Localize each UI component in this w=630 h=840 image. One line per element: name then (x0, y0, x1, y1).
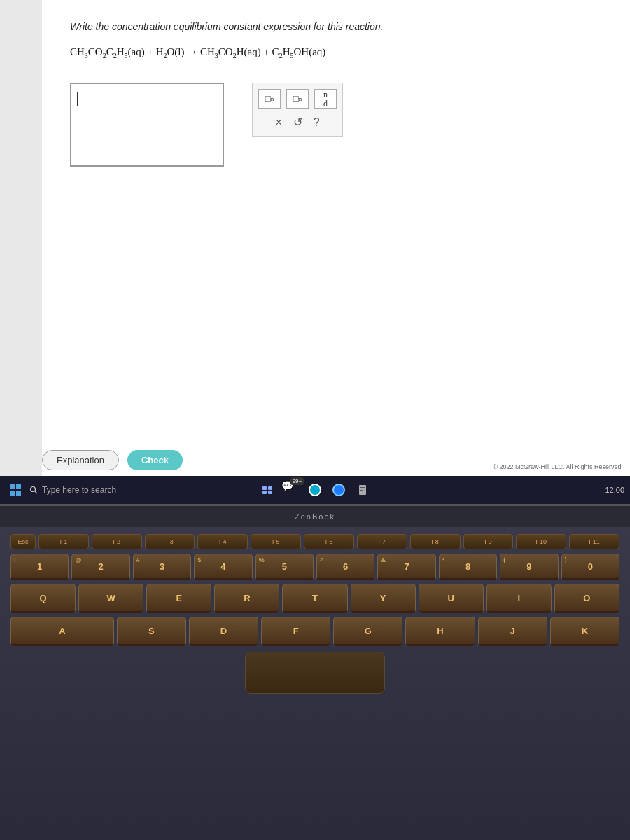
key-9[interactable]: (9 (500, 554, 558, 580)
search-label: Type here to search (42, 485, 116, 495)
key-d[interactable]: D (189, 617, 258, 646)
key-y[interactable]: Y (351, 584, 416, 613)
qwerty-row: Q W E R T Y U I O (10, 584, 620, 613)
key-o[interactable]: O (554, 584, 620, 613)
keyboard-area: Esc F1 F2 F3 F4 F5 F6 F7 F8 F9 F10 F11 !… (0, 527, 630, 706)
screen-area: Write the concentration equilibrium cons… (0, 0, 630, 504)
check-button[interactable]: Check (127, 450, 183, 470)
explanation-button[interactable]: Explanation (42, 450, 119, 470)
svg-point-4 (31, 487, 36, 492)
chat-badge: 99+ (290, 477, 304, 485)
taskbar: Type here to search 💬 99+ (0, 476, 630, 504)
key-e[interactable]: E (146, 584, 211, 613)
key-j[interactable]: J (478, 617, 547, 646)
input-box-container (70, 83, 224, 167)
content-area: Write the concentration equilibrium cons… (42, 0, 630, 504)
key-f5[interactable]: F5 (251, 534, 301, 550)
toolbar-row-2: × ↺ ? (272, 114, 322, 130)
key-a[interactable]: A (10, 617, 114, 646)
key-esc[interactable]: Esc (10, 534, 36, 550)
undo-symbol[interactable]: ↺ (290, 114, 305, 130)
key-f11[interactable]: F11 (569, 534, 620, 550)
key-0[interactable]: )0 (561, 554, 620, 580)
zenbook-logo: ZenBook (295, 512, 335, 521)
svg-rect-11 (360, 487, 365, 488)
svg-rect-2 (10, 491, 15, 496)
key-3[interactable]: #3 (133, 554, 191, 580)
math-toolbar: □n □n n d × ↺ ? (252, 83, 343, 136)
question-instruction: Write the concentration equilibrium cons… (70, 21, 602, 32)
reaction-equation: CH3CO2C2H5(aq) + H2O(l) → CH3CO2H(aq) + … (70, 43, 602, 62)
key-f6[interactable]: F6 (304, 534, 354, 550)
svg-rect-3 (16, 491, 21, 496)
copyright-text: © 2022 McGraw-Hill LLC. All Rights Reser… (493, 463, 623, 470)
key-f2[interactable]: F2 (92, 534, 142, 550)
times-symbol[interactable]: × (272, 115, 284, 130)
windows-logo-icon[interactable] (6, 480, 25, 500)
svg-rect-13 (360, 490, 363, 491)
svg-line-5 (35, 491, 37, 493)
key-t[interactable]: T (282, 584, 347, 613)
key-h[interactable]: H (405, 617, 475, 646)
key-u[interactable]: U (419, 584, 484, 613)
key-f8[interactable]: F8 (410, 534, 461, 550)
key-w[interactable]: W (78, 584, 144, 613)
svg-rect-12 (360, 489, 365, 489)
subscript-button[interactable]: □n (286, 89, 309, 108)
key-5[interactable]: %5 (255, 554, 314, 580)
key-4[interactable]: $4 (194, 554, 252, 580)
superscript-button[interactable]: □n (258, 89, 281, 108)
taskbar-file-icon[interactable] (353, 480, 372, 500)
system-time: 12:00 (605, 486, 624, 494)
svg-rect-7 (268, 486, 272, 490)
taskbar-edge-icon[interactable] (329, 480, 349, 500)
fraction-button[interactable]: n d (314, 89, 337, 108)
key-f4[interactable]: F4 (197, 534, 248, 550)
key-f3[interactable]: F3 (145, 534, 195, 550)
key-q[interactable]: Q (10, 584, 76, 613)
laptop-body: ZenBook Esc F1 F2 F3 F4 F5 F6 F7 F8 F9 F… (0, 504, 630, 840)
taskbar-search[interactable]: Type here to search (29, 485, 253, 495)
key-i[interactable]: I (486, 584, 552, 613)
key-k[interactable]: K (550, 617, 620, 646)
key-s[interactable]: S (117, 617, 186, 646)
key-f7[interactable]: F7 (357, 534, 407, 550)
key-g[interactable]: G (333, 617, 402, 646)
key-f1[interactable]: F1 (38, 534, 89, 550)
answer-input-box[interactable] (70, 83, 224, 167)
svg-rect-8 (262, 491, 267, 494)
key-8[interactable]: *8 (439, 554, 497, 580)
toolbar-row-1: □n □n n d (258, 89, 337, 108)
key-f10[interactable]: F10 (516, 534, 566, 550)
touchpad[interactable] (245, 652, 385, 694)
laptop-top-strip: ZenBook (0, 506, 630, 527)
key-7[interactable]: &7 (377, 554, 435, 580)
text-cursor (77, 92, 78, 106)
svg-rect-6 (262, 486, 267, 490)
taskbar-task-view-icon[interactable] (258, 480, 277, 500)
svg-rect-9 (268, 491, 272, 494)
key-2[interactable]: @2 (71, 554, 130, 580)
key-f[interactable]: F (261, 617, 330, 646)
key-6[interactable]: ^6 (316, 554, 374, 580)
answer-section: □n □n n d × ↺ ? (70, 83, 602, 167)
help-symbol[interactable]: ? (311, 115, 323, 130)
key-f9[interactable]: F9 (463, 534, 514, 550)
key-r[interactable]: R (214, 584, 279, 613)
fkey-row: Esc F1 F2 F3 F4 F5 F6 F7 F8 F9 F10 F11 (10, 534, 620, 550)
bottom-buttons: Explanation Check (42, 450, 183, 470)
number-row: !1 @2 #3 $4 %5 ^6 &7 *8 (10, 554, 620, 580)
svg-rect-0 (10, 484, 15, 489)
asdf-row: A S D F G H J K (10, 617, 620, 646)
svg-rect-1 (16, 484, 21, 489)
taskbar-browser-icon[interactable] (305, 480, 325, 500)
key-1[interactable]: !1 (10, 554, 69, 580)
taskbar-chat-icon[interactable]: 💬 99+ (281, 480, 301, 500)
